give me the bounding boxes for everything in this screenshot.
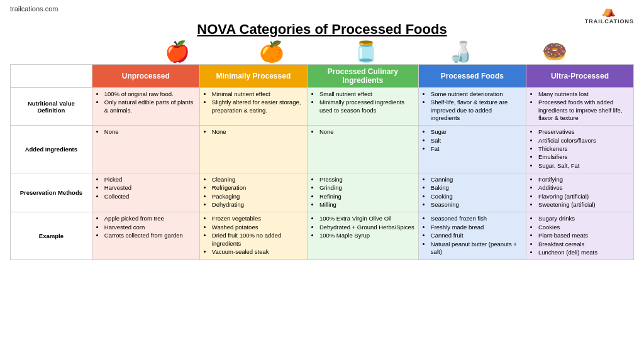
cell-list-culinary-3: 100% Extra Virgin Olive OilDehydrated + … xyxy=(311,215,414,239)
list-item: Apple picked from tree xyxy=(104,215,196,222)
cell-processed-3: Seasoned frozen fishFreshly made breadCa… xyxy=(418,212,526,260)
list-item: Natural peanut butter (peanuts + salt) xyxy=(431,241,522,256)
list-item: Fat xyxy=(431,145,522,153)
cell-list-processed-0: Some nutrient deteriorationShelf-life, f… xyxy=(423,90,522,122)
cell-culinary-0: Small nutrient effectMinimally processed… xyxy=(307,88,418,126)
list-item: Cleaning xyxy=(212,176,303,183)
cell-minimally-3: Frozen vegetablesWashed potatoesDried fr… xyxy=(199,212,307,260)
header-row: Unprocessed Minimally Processed Processe… xyxy=(11,65,634,88)
list-item: Carrots collected from garden xyxy=(104,232,196,239)
list-item: Sugary drinks xyxy=(538,215,630,222)
list-item: Minimal nutrient effect xyxy=(212,90,303,98)
cell-unprocessed-3: Apple picked from treeHarvested cornCarr… xyxy=(92,212,199,260)
list-item: Small nutrient effect xyxy=(319,90,414,98)
header-minimally: Minimally Processed xyxy=(199,65,307,88)
cell-culinary-1: None xyxy=(307,126,418,173)
cell-processed-0: Some nutrient deteriorationShelf-life, f… xyxy=(418,88,526,126)
list-item: Cookies xyxy=(538,224,630,231)
table-body: Nutritional Value Definition100% of orig… xyxy=(11,88,634,260)
list-item: Artificial colors/flavors xyxy=(538,137,630,144)
site-url: trailcations.com xyxy=(10,5,58,13)
list-item: Some nutrient deterioration xyxy=(431,90,522,98)
cell-processed-1: SugarSaltFat xyxy=(418,126,526,173)
cell-list-processed-1: SugarSaltFat xyxy=(423,128,522,153)
list-item: Thickeners xyxy=(538,145,630,153)
list-item: Additives xyxy=(538,184,630,192)
cell-minimally-1: None xyxy=(199,126,307,173)
list-item: 100% of original raw food. xyxy=(104,90,196,98)
list-item: Flavoring (artificial) xyxy=(538,193,630,200)
cell-list-minimally-1: None xyxy=(204,128,303,136)
list-item: Washed potatoes xyxy=(212,224,303,231)
list-item: Canning xyxy=(431,176,522,183)
list-item: Freshly made bread xyxy=(431,224,522,231)
list-item: Milling xyxy=(319,201,414,209)
cell-minimally-2: CleaningRefrigerationPackagingDehydratin… xyxy=(199,173,307,212)
cell-list-unprocessed-3: Apple picked from treeHarvested cornCarr… xyxy=(96,215,196,239)
row-label: Preservation Methods xyxy=(11,173,92,212)
list-item: Salt xyxy=(431,137,522,144)
logo-icon: ⛺ xyxy=(585,4,634,18)
list-item: Dehydrated + Ground Herbs/Spices xyxy=(319,224,414,231)
list-item: Frozen vegetables xyxy=(212,215,303,222)
list-item: Refrigeration xyxy=(212,184,303,192)
emoji-culinary: 🫙 xyxy=(319,41,413,62)
list-item: None xyxy=(319,128,414,136)
logo-text: TRAILCATIONS xyxy=(585,18,634,25)
cell-list-processed-3: Seasoned frozen fishFreshly made breadCa… xyxy=(423,215,522,256)
cell-list-processed-2: CanningBakingCookingSeasoning xyxy=(423,176,522,209)
list-item: 100% Extra Virgin Olive Oil xyxy=(319,215,414,222)
cell-ultra-3: Sugary drinksCookiesPlant-based meatsBre… xyxy=(526,212,633,260)
list-item: Only natural edible parts of plants & an… xyxy=(104,99,196,114)
list-item: Plant-based meats xyxy=(538,232,630,239)
header-processed: Processed Foods xyxy=(418,65,526,88)
list-item: Emulsifiers xyxy=(538,153,630,161)
list-item: Vacuum-sealed steak xyxy=(212,248,303,256)
cell-processed-2: CanningBakingCookingSeasoning xyxy=(418,173,526,212)
emoji-processed: 🍶 xyxy=(413,41,508,62)
cell-unprocessed-0: 100% of original raw food.Only natural e… xyxy=(92,88,199,126)
cell-list-minimally-2: CleaningRefrigerationPackagingDehydratin… xyxy=(204,176,303,209)
cell-list-ultra-2: FortifyingAdditivesFlavoring (artificial… xyxy=(530,176,630,209)
cell-list-unprocessed-2: PickedHarvestedCollected xyxy=(96,176,196,200)
cell-culinary-2: PressingGrindingRefiningMilling xyxy=(307,173,418,212)
list-item: Slightly altered for easier storage, pre… xyxy=(212,99,303,114)
emoji-unprocessed: 🍎 xyxy=(130,41,225,62)
list-item: Grinding xyxy=(319,184,414,192)
table-row: ExampleApple picked from treeHarvested c… xyxy=(11,212,634,260)
page-title: NOVA Categories of Processed Foods xyxy=(10,21,634,38)
list-item: Fortifying xyxy=(538,176,630,183)
emoji-row: 🍎 🍊 🫙 🍶 🍩 xyxy=(10,41,634,62)
cell-list-culinary-0: Small nutrient effectMinimally processed… xyxy=(311,90,414,114)
header-unprocessed: Unprocessed xyxy=(92,65,199,88)
row-label: Added Ingredients xyxy=(11,126,92,173)
table-row: Preservation MethodsPickedHarvestedColle… xyxy=(11,173,634,212)
list-item: Collected xyxy=(104,193,196,200)
header-culinary: Processed Culinary Ingredients xyxy=(307,65,418,88)
cell-list-ultra-3: Sugary drinksCookiesPlant-based meatsBre… xyxy=(530,215,630,256)
list-item: Refining xyxy=(319,193,414,200)
cell-list-unprocessed-0: 100% of original raw food.Only natural e… xyxy=(96,90,196,114)
cell-list-minimally-0: Minimal nutrient effectSlightly altered … xyxy=(204,90,303,114)
list-item: Seasoning xyxy=(431,201,522,209)
cell-list-unprocessed-1: None xyxy=(96,128,196,136)
list-item: Breakfast cereals xyxy=(538,241,630,248)
list-item: None xyxy=(212,128,303,136)
list-item: Harvested xyxy=(104,184,196,192)
list-item: Luncheon (deli) meats xyxy=(538,249,630,256)
list-item: Picked xyxy=(104,176,196,183)
list-item: None xyxy=(104,128,196,136)
list-item: Minimally processed ingredients used to … xyxy=(319,99,414,114)
list-item: Packaging xyxy=(212,193,303,200)
list-item: Preservatives xyxy=(538,128,630,136)
list-item: Sugar xyxy=(431,128,522,136)
list-item: Dehydrating xyxy=(212,201,303,209)
cell-list-culinary-1: None xyxy=(311,128,414,136)
cell-unprocessed-1: None xyxy=(92,126,199,173)
table-wrapper: Unprocessed Minimally Processed Processe… xyxy=(10,64,634,260)
cell-ultra-0: Many nutrients lostProcessed foods with … xyxy=(526,88,633,126)
cell-list-ultra-0: Many nutrients lostProcessed foods with … xyxy=(530,90,630,122)
list-item: Many nutrients lost xyxy=(538,90,630,98)
list-item: Processed foods with added ingredients t… xyxy=(538,99,630,122)
list-item: Shelf-life, flavor & texture are improve… xyxy=(431,99,522,122)
